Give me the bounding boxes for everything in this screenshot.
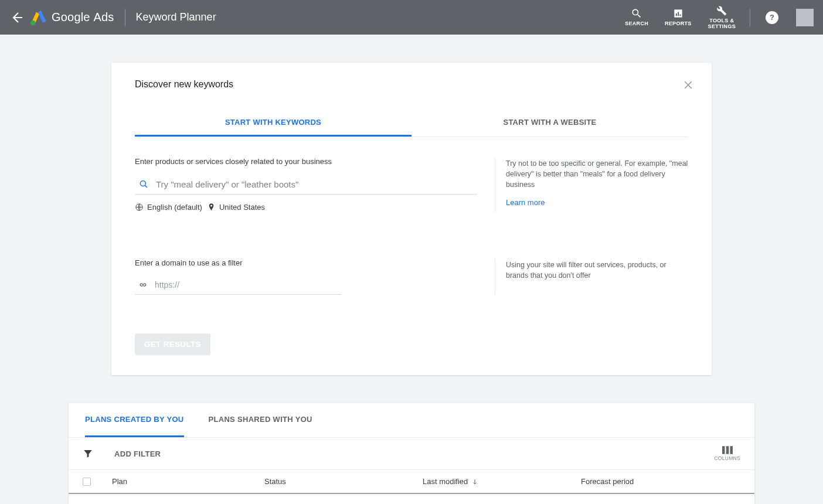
search-icon [138,179,149,189]
col-plan[interactable]: Plan [112,477,264,486]
sort-arrow-down-icon [471,478,478,485]
learn-more-link[interactable]: Learn more [506,198,545,207]
reports-button[interactable]: REPORTS [657,8,700,27]
product-title: Keyword Planner [136,11,216,23]
columns-icon [722,446,733,454]
hint-text-2: Using your site will filter out services… [506,260,688,281]
discover-keywords-card: Discover new keywords START WITH KEYWORD… [111,63,712,375]
columns-button[interactable]: COLUMNS [714,446,740,461]
domain-input[interactable] [155,280,341,290]
col-last-modified-label: Last modified [423,477,468,486]
divider [750,9,750,26]
reports-label: REPORTS [665,21,692,27]
keyword-section: Enter products or services closely relat… [135,157,688,212]
google-ads-logo-icon [30,11,47,25]
svg-rect-1 [676,13,677,16]
back-arrow-button[interactable] [9,11,23,25]
account-placeholder[interactable] [796,9,814,26]
language-location-row: English (default) United States [135,203,477,212]
tools-label: TOOLS & SETTINGS [708,18,736,30]
plans-tabs: PLANS CREATED BY YOU PLANS SHARED WITH Y… [69,403,754,438]
tab-plans-created[interactable]: PLANS CREATED BY YOU [85,403,184,437]
search-label: SEARCH [625,21,648,27]
add-filter-button[interactable]: ADD FILTER [114,449,161,458]
domain-left: Enter a domain to use as a filter [135,258,495,295]
svg-point-0 [30,20,35,25]
location-label: United States [219,203,265,212]
filter-row: ADD FILTER COLUMNS [69,438,754,470]
brand-text: Google Ads [52,11,114,24]
globe-icon [135,203,144,212]
svg-rect-8 [730,446,733,454]
location-selector[interactable]: United States [207,203,265,212]
svg-rect-2 [678,12,679,16]
tab-start-keywords[interactable]: START WITH KEYWORDS [135,110,412,137]
help-button[interactable]: ? [766,11,778,24]
language-label: English (default) [147,203,202,212]
divider [125,9,125,26]
tools-settings-button[interactable]: TOOLS & SETTINGS [700,5,744,30]
svg-point-4 [140,181,145,186]
select-all-checkbox[interactable] [83,478,91,486]
hint-text-1: Try not to be too specific or general. F… [506,158,688,190]
domain-hint: Using your site will filter out services… [495,258,688,295]
col-last-modified[interactable]: Last modified [423,477,581,486]
products-field-label: Enter products or services closely relat… [135,157,477,166]
language-selector[interactable]: English (default) [135,203,202,212]
filter-icon[interactable] [83,448,93,459]
brand-ads: Ads [93,11,114,23]
search-button[interactable]: SEARCH [617,8,657,27]
app-header: Google Ads Keyword Planner SEARCH REPORT… [0,0,823,35]
keyword-input[interactable] [156,179,477,189]
svg-rect-6 [722,446,725,454]
domain-field-label: Enter a domain to use as a filter [135,258,477,267]
col-forecast[interactable]: Forecast period [581,477,740,486]
svg-rect-7 [726,446,729,454]
link-icon [138,280,148,290]
svg-rect-3 [679,15,681,16]
col-status[interactable]: Status [264,477,423,486]
get-results-button[interactable]: GET RESULTS [135,333,210,355]
keyword-input-row[interactable] [135,175,477,195]
header-actions: SEARCH REPORTS TOOLS & SETTINGS ? [617,0,814,35]
pin-icon [207,203,216,212]
plans-table-header: Plan Status Last modified Forecast perio… [69,470,754,494]
brand-google: Google [52,11,90,23]
keyword-hint: Try not to be too specific or general. F… [495,157,688,212]
columns-label: COLUMNS [714,455,740,461]
plans-card: PLANS CREATED BY YOU PLANS SHARED WITH Y… [69,403,754,504]
keyword-left: Enter products or services closely relat… [135,157,495,212]
tab-start-website[interactable]: START WITH A WEBSITE [412,110,688,137]
domain-section: Enter a domain to use as a filter Using … [135,258,688,295]
start-tabs: START WITH KEYWORDS START WITH A WEBSITE [135,110,688,137]
plans-empty-message: Find new keyword ideas, get search volum… [69,494,754,504]
close-button[interactable] [682,79,694,93]
tab-plans-shared[interactable]: PLANS SHARED WITH YOU [209,403,312,437]
domain-input-row[interactable] [135,277,341,295]
card-title: Discover new keywords [135,79,688,90]
